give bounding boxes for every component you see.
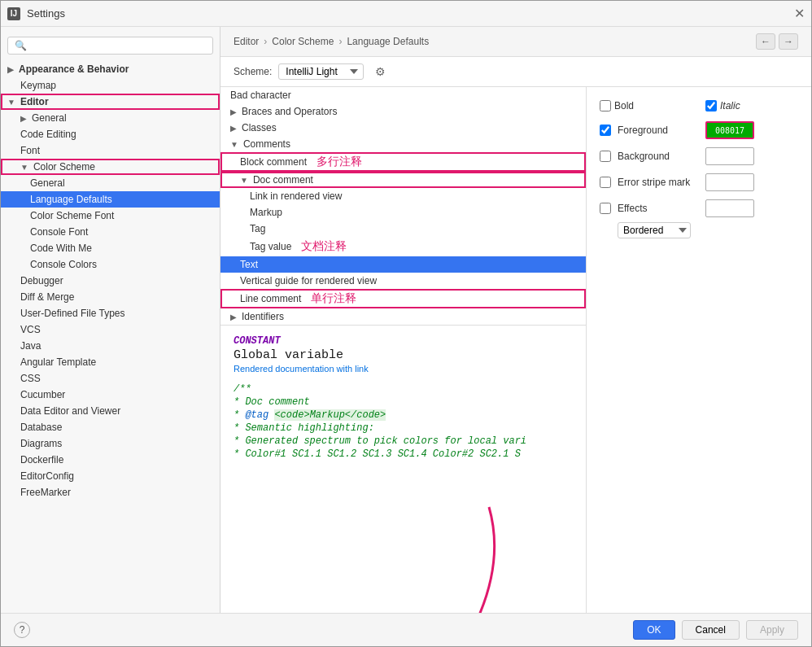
tree-markup[interactable]: Markup — [220, 204, 586, 221]
effects-checkbox[interactable] — [600, 203, 611, 214]
expand-icon: ▼ — [20, 163, 28, 172]
background-color-box[interactable] — [705, 147, 754, 165]
sidebar-item-font[interactable]: Font — [1, 142, 220, 159]
ok-button[interactable]: OK — [633, 620, 674, 640]
tree-line-comment[interactable]: Line comment 单行注释 — [220, 289, 586, 308]
preview-line-2: * @tag <code>Markup</code> — [234, 409, 573, 421]
foreground-checkbox[interactable] — [600, 125, 611, 136]
preview-line-3: * Semantic highlighting: — [234, 422, 573, 434]
tree-text[interactable]: Text — [220, 256, 586, 273]
tree-braces[interactable]: ▶ Braces and Operators — [220, 103, 586, 120]
bold-checkbox[interactable] — [600, 100, 611, 111]
preview-line-4: * Generated spectrum to pick colors for … — [234, 435, 573, 447]
window-title: Settings — [27, 7, 65, 20]
apply-button[interactable]: Apply — [746, 620, 798, 640]
sidebar-item-user-defined[interactable]: User-Defined File Types — [1, 305, 220, 321]
tree-block-comment[interactable]: Block comment 多行注释 — [220, 152, 586, 172]
annotation-line-comment: 单行注释 — [311, 291, 356, 306]
tree-bad-char[interactable]: Bad character — [220, 87, 586, 103]
tree-comments[interactable]: ▼ Comments — [220, 136, 586, 152]
sidebar-item-dockerfile[interactable]: Dockerfile — [1, 452, 220, 468]
sidebar-item-code-with-me[interactable]: Code With Me — [1, 240, 220, 256]
bold-label: Bold — [614, 100, 696, 111]
foreground-row: Foreground 008017 — [600, 121, 801, 139]
background-checkbox[interactable] — [600, 151, 611, 162]
sidebar-item-console-colors[interactable]: Console Colors — [1, 256, 220, 273]
error-stripe-row: Error stripe mark — [600, 173, 801, 191]
right-side: Bold Italic Foreground 008017 — [587, 87, 811, 613]
error-stripe-color-box[interactable] — [705, 173, 754, 191]
expand-icon: ▶ — [7, 65, 14, 74]
effects-type-select[interactable]: Bordered Underline Bold underline — [618, 222, 691, 238]
sidebar-item-database[interactable]: Database — [1, 419, 220, 435]
error-stripe-checkbox[interactable] — [600, 177, 611, 188]
breadcrumb-sep2: › — [338, 36, 342, 47]
expand-icon: ▶ — [20, 114, 27, 123]
sidebar-item-css[interactable]: CSS — [1, 370, 220, 387]
expand-icon: ▼ — [240, 176, 248, 185]
tree-classes[interactable]: ▶ Classes — [220, 120, 586, 136]
tree-tag[interactable]: Tag — [220, 221, 586, 237]
settings-window: IJ Settings ✕ 🔍 ▶ Appearance & Behavior … — [0, 0, 812, 647]
tree-link-rendered[interactable]: Link in rendered view — [220, 188, 586, 204]
sidebar-item-editor[interactable]: ▼ Editor — [1, 94, 220, 110]
sidebar-item-code-editing[interactable]: Code Editing — [1, 126, 220, 142]
italic-item: Italic — [705, 100, 801, 111]
tree-vertical-guide[interactable]: Vertical guide for rendered view — [220, 273, 586, 289]
effects-row: Effects — [600, 199, 801, 217]
close-button[interactable]: ✕ — [793, 8, 805, 20]
sidebar-item-java[interactable]: Java — [1, 338, 220, 354]
sidebar-item-appearance[interactable]: ▶ Appearance & Behavior — [1, 61, 220, 77]
sidebar-item-freemarker[interactable]: FreeMarker — [1, 484, 220, 501]
annotation-tag-value: 文档注释 — [301, 239, 347, 254]
nav-back-button[interactable]: ← — [756, 33, 775, 50]
sidebar-item-diff-merge[interactable]: Diff & Merge — [1, 289, 220, 305]
sidebar-item-console-font[interactable]: Console Font — [1, 224, 220, 240]
sidebar-item-general[interactable]: ▶ General — [1, 110, 220, 126]
effects-color-box[interactable] — [705, 199, 754, 217]
scheme-gear-button[interactable]: ⚙ — [370, 62, 390, 81]
sidebar-item-color-scheme-general[interactable]: General — [1, 175, 220, 191]
help-button[interactable]: ? — [14, 622, 30, 638]
nav-forward-button[interactable]: → — [779, 33, 798, 50]
sidebar-item-language-defaults[interactable]: Language Defaults — [1, 191, 220, 208]
scheme-label: Scheme: — [234, 66, 272, 77]
search-input[interactable] — [30, 40, 206, 51]
error-stripe-label: Error stripe mark — [618, 177, 699, 188]
preview-constant: CONSTANT — [234, 335, 573, 347]
breadcrumb-sep1: › — [264, 36, 267, 47]
breadcrumb-color-scheme: Color Scheme — [272, 36, 334, 47]
search-box[interactable]: 🔍 — [7, 37, 213, 55]
bold-italic-row: Bold Italic — [600, 100, 801, 111]
background-row: Background — [600, 147, 801, 165]
background-label: Background — [618, 151, 699, 162]
preview-global: Global variable — [234, 348, 573, 362]
bottom-buttons: OK Cancel Apply — [633, 620, 798, 640]
tree-panel: Bad character ▶ Braces and Operators ▶ C… — [220, 87, 587, 613]
sidebar-item-cucumber[interactable]: Cucumber — [1, 387, 220, 403]
preview-area: CONSTANT Global variable Rendered docume… — [220, 325, 586, 471]
expand-icon: ▼ — [230, 140, 238, 149]
sidebar-item-color-scheme-font[interactable]: Color Scheme Font — [1, 208, 220, 224]
nav-buttons: ← → — [756, 33, 798, 50]
scheme-select[interactable]: IntelliJ Light Darcula High contrast — [278, 63, 364, 80]
sidebar-item-color-scheme[interactable]: ▼ Color Scheme — [1, 159, 220, 175]
sidebar-item-angular[interactable]: Angular Template — [1, 354, 220, 370]
sidebar-item-debugger[interactable]: Debugger — [1, 273, 220, 289]
sidebar-item-editorconfig[interactable]: EditorConfig — [1, 468, 220, 484]
italic-checkbox[interactable] — [705, 100, 717, 111]
sidebar-item-keymap[interactable]: Keymap — [1, 77, 220, 94]
expand-icon: ▶ — [230, 124, 237, 133]
tree-doc-comment[interactable]: ▼ Doc comment — [220, 172, 586, 188]
properties-panel: Bold Italic Foreground 008017 — [587, 87, 811, 613]
sidebar-item-vcs[interactable]: VCS — [1, 321, 220, 338]
app-icon: IJ — [7, 7, 20, 20]
cancel-button[interactable]: Cancel — [682, 620, 740, 640]
foreground-color-box[interactable]: 008017 — [705, 121, 754, 139]
sidebar-item-data-editor[interactable]: Data Editor and Viewer — [1, 403, 220, 419]
annotation-block-comment: 多行注释 — [317, 155, 362, 169]
tree-tag-value[interactable]: Tag value 文档注释 — [220, 237, 586, 256]
sidebar-item-diagrams[interactable]: Diagrams — [1, 435, 220, 452]
panel-header: Editor › Color Scheme › Language Default… — [220, 27, 811, 57]
tree-identifiers[interactable]: ▶ Identifiers — [220, 308, 586, 325]
